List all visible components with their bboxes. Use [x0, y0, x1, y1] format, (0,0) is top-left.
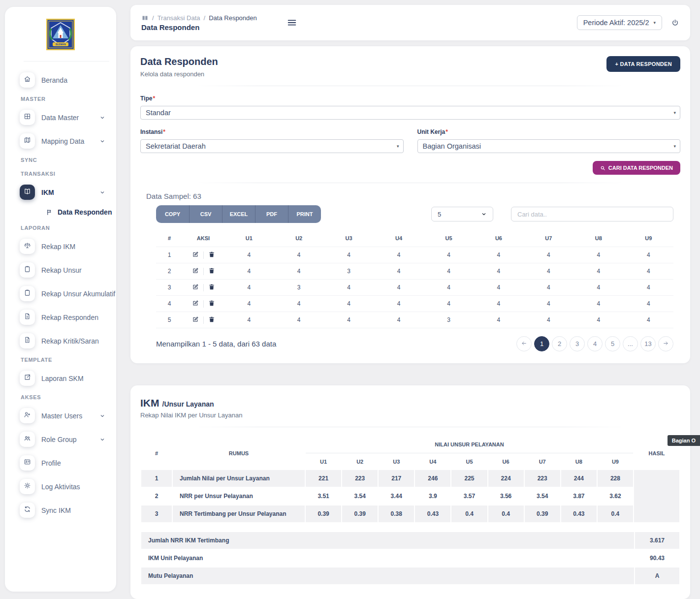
- score-cell: 4: [274, 247, 323, 263]
- score-cell: 4: [224, 263, 274, 280]
- sidebar-item-label: Data Master: [41, 114, 79, 122]
- edit-icon: [192, 284, 199, 292]
- sidebar-item-rekap-kritik-saran[interactable]: Rekap Kritik/Saran: [20, 333, 116, 348]
- logout-button[interactable]: [671, 19, 679, 27]
- nav-section-transaksi: TRANSAKSI: [21, 171, 116, 177]
- sidebar-item-rekap-responden[interactable]: Rekap Responden: [20, 310, 116, 325]
- card-title: Data Responden: [140, 56, 218, 67]
- sidebar-item-profile[interactable]: Profile: [20, 455, 116, 471]
- search-button-row: CARI DATA RESPONDEN: [140, 161, 680, 175]
- delete-button[interactable]: [208, 300, 215, 308]
- pagination-page-4[interactable]: 4: [587, 336, 603, 351]
- pagination-page-5[interactable]: 5: [605, 336, 620, 351]
- pagination-prev-button[interactable]: [516, 336, 532, 351]
- score-cell: 4: [224, 280, 274, 296]
- pagination-page-1[interactable]: 1: [534, 336, 549, 351]
- col-header-aksi: AKSI: [183, 231, 224, 247]
- breadcrumb: /Transaksi Data/Data Responden: [141, 14, 257, 22]
- sidebar-item-label: Beranda: [41, 76, 67, 84]
- aksi-buttons: [183, 267, 224, 276]
- score-cell: 4: [474, 263, 523, 280]
- pagination-ellipsis[interactable]: ...: [623, 336, 638, 351]
- app-root: SLEMAN BerandaMASTERData MasterMapping D…: [0, 0, 700, 599]
- score-cell: 4: [324, 280, 374, 296]
- score-cell: 4: [274, 312, 323, 328]
- pagination-page-3[interactable]: 3: [570, 336, 585, 351]
- instansi-select[interactable]: Sekretariat Daerah ▾: [140, 139, 404, 153]
- menu-toggle-button[interactable]: [286, 17, 297, 28]
- pagination-page-13[interactable]: 13: [640, 336, 656, 351]
- sidebar-item-rekap-unsur[interactable]: Rekap Unsur: [20, 262, 116, 278]
- delete-button[interactable]: [208, 267, 215, 276]
- sidebar-item-data-master[interactable]: Data Master: [20, 110, 116, 125]
- sidebar-item-laporan-skm[interactable]: Laporan SKM: [20, 371, 116, 386]
- sidebar-item-master-users[interactable]: Master Users: [20, 408, 116, 423]
- tipe-value: Standar: [146, 109, 171, 117]
- value-cell: 223: [342, 470, 378, 487]
- search-input[interactable]: [511, 207, 673, 221]
- tipe-select[interactable]: Standar ▾: [140, 106, 680, 120]
- sidebar-item-ikm[interactable]: IKM: [20, 185, 116, 200]
- tipe-label: Tipe*: [140, 95, 680, 102]
- unit-kerja-select[interactable]: Bagian Organisasi ▾: [417, 139, 681, 153]
- aksi-buttons: [183, 316, 224, 324]
- caret-down-icon: ▾: [673, 110, 676, 115]
- aksi-divider: [203, 252, 204, 259]
- export-csv-button[interactable]: CSV: [189, 205, 222, 223]
- periode-select[interactable]: Periode Aktif: 2025/2 ▾: [577, 15, 662, 30]
- page-size-value: 5: [438, 211, 441, 218]
- aksi-divider: [203, 300, 204, 308]
- icon-box: [20, 432, 35, 447]
- score-cell: 4: [374, 280, 423, 296]
- export-print-button[interactable]: PRINT: [288, 205, 321, 223]
- summary-label: IKM Unit Pelayanan: [141, 550, 634, 567]
- edit-button[interactable]: [192, 267, 199, 276]
- edit-button[interactable]: [192, 284, 199, 292]
- breadcrumb-separator: /: [204, 14, 206, 22]
- delete-button[interactable]: [208, 316, 215, 324]
- value-cell: 0.39: [306, 505, 341, 522]
- ikm-table: #RUMUSNILAI UNSUR PELAYANANHASILU1U2U3U4…: [140, 436, 680, 523]
- export-excel-button[interactable]: EXCEL: [222, 205, 255, 223]
- edit-button[interactable]: [192, 251, 199, 259]
- breadcrumb-item: Transaksi Data: [158, 14, 200, 22]
- pagination-page-2[interactable]: 2: [552, 336, 567, 351]
- sidebar-item-rekap-ikm[interactable]: Rekap IKM: [20, 239, 116, 254]
- nav-section-sync: SYNC: [21, 157, 116, 163]
- col-header-u4: U4: [374, 231, 423, 247]
- cari-data-responden-button[interactable]: CARI DATA RESPONDEN: [593, 161, 680, 175]
- sidebar-item-label: Rekap Kritik/Saran: [41, 337, 99, 345]
- pagination-next-button[interactable]: [658, 336, 673, 351]
- delete-button[interactable]: [208, 284, 215, 292]
- sidebar-item-log-aktivitas[interactable]: Log Aktivitas: [20, 479, 116, 494]
- score-cell: 4: [324, 296, 374, 312]
- sidebar-subitem-data-responden[interactable]: Data Responden: [46, 208, 116, 216]
- sidebar-item-mapping-data[interactable]: Mapping Data: [20, 133, 116, 149]
- page-size-select[interactable]: 5: [431, 207, 493, 221]
- aksi-buttons: [183, 251, 224, 259]
- sidebar-item-role-group[interactable]: Role Group: [20, 432, 116, 447]
- required-star: *: [163, 128, 165, 135]
- caret-down-icon: ▾: [397, 144, 399, 149]
- delete-button[interactable]: [208, 251, 215, 259]
- sidebar-item-beranda[interactable]: Beranda: [20, 72, 116, 88]
- instansi-label: Instansi*: [140, 128, 404, 135]
- score-cell: 4: [573, 280, 623, 296]
- sidebar-item-rekap-unsur-akumulatif[interactable]: Rekap Unsur Akumulatif: [20, 286, 116, 301]
- ikm-title: IKM: [140, 397, 159, 409]
- export-copy-button[interactable]: COPY: [156, 205, 189, 223]
- row-number: 2: [156, 263, 183, 280]
- sidebar-item-sync-ikm[interactable]: Sync IKM: [20, 503, 116, 518]
- breadcrumb-separator: /: [152, 14, 154, 22]
- ikm-header-row-1: #RUMUSNILAI UNSUR PELAYANANHASIL: [141, 437, 679, 453]
- edit-button[interactable]: [192, 300, 199, 308]
- aksi-buttons: [183, 284, 224, 292]
- sidebar-item-label: Rekap IKM: [41, 243, 75, 251]
- map-icon: [24, 136, 31, 146]
- col-header-u7: U7: [524, 231, 573, 247]
- pager: 12345...13: [516, 336, 673, 351]
- pagination-row: Menampilkan 1 - 5 data, dari 63 data 123…: [156, 336, 673, 351]
- add-data-responden-button[interactable]: + DATA RESPONDEN: [606, 56, 680, 72]
- edit-button[interactable]: [192, 316, 199, 324]
- export-pdf-button[interactable]: PDF: [255, 205, 288, 223]
